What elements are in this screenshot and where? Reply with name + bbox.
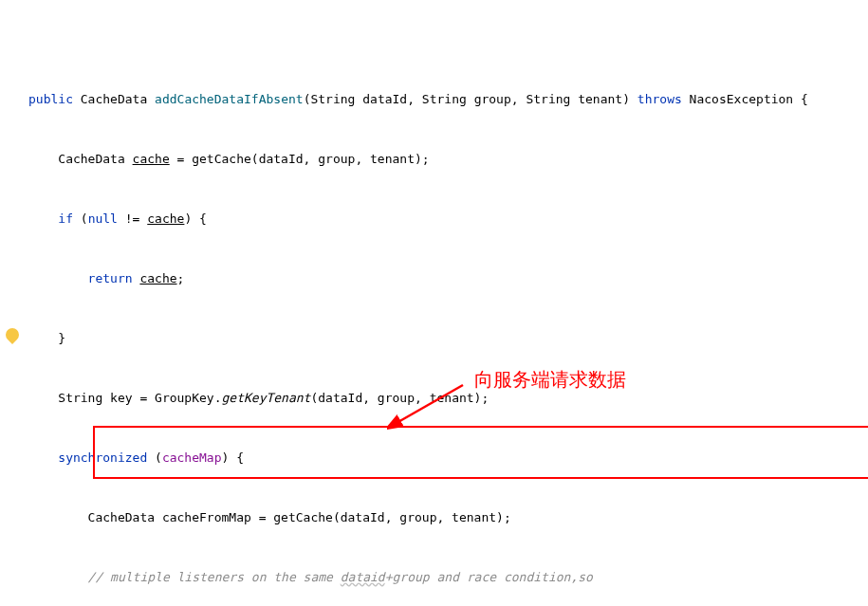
code-line: public CacheData addCacheDataIfAbsent(St… [28, 89, 868, 109]
code-line: } [28, 328, 868, 348]
code-line: String key = GroupKey.getKeyTenant(dataI… [28, 388, 868, 408]
code-line: return cache; [28, 268, 868, 288]
editor-gutter [0, 0, 24, 606]
annotation-label: 向服务端请求数据 [474, 370, 626, 390]
code-line: synchronized (cacheMap) { [28, 448, 868, 468]
code-line: if (null != cache) { [28, 209, 868, 229]
intention-bulb-icon[interactable] [3, 325, 22, 344]
code-line: // multiple listeners on the same dataid… [28, 567, 868, 587]
code-line: CacheData cache = getCache(dataId, group… [28, 149, 868, 169]
code-line: CacheData cacheFromMap = getCache(dataId… [28, 507, 868, 527]
code-editor[interactable]: public CacheData addCacheDataIfAbsent(St… [0, 0, 868, 606]
